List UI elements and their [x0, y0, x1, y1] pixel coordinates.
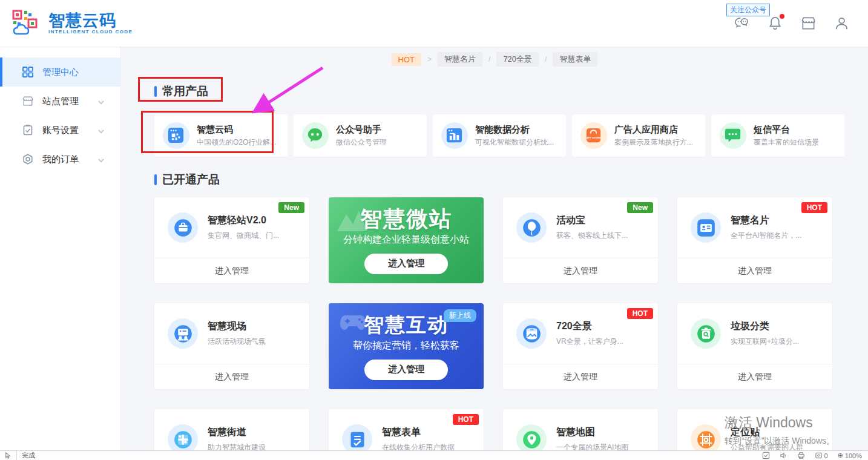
new-badge: New: [278, 202, 304, 213]
product-card-official-account[interactable]: 公众号助手 微信公众号管理: [294, 114, 427, 157]
section-title-frequent: 常用产品: [154, 84, 868, 99]
sidebar-item-label: 管理中心: [42, 67, 79, 78]
breadcrumb-separator: >: [427, 55, 432, 64]
hot-badge: HOT: [453, 414, 479, 425]
product-card-smart-business-card[interactable]: HOT 智慧名片 全平台AI智能名片，... 进入管理: [677, 197, 832, 283]
breadcrumb-item-smart-form[interactable]: 智慧表单: [553, 52, 597, 67]
logo-subtitle: INTELLIGENT CLOUD CODE: [48, 29, 133, 34]
breadcrumb-separator: /: [488, 55, 490, 64]
product-desc: 获客、锁客线上线下...: [556, 231, 628, 241]
sidebar-item-management-center[interactable]: 管理中心: [0, 58, 120, 87]
product-card-garbage-sorting[interactable]: 垃圾分类 实现互联网+垃圾分... 进入管理: [677, 303, 832, 389]
breadcrumb-hot-tag[interactable]: HOT: [392, 53, 421, 66]
svg-text:APP STORE: APP STORE: [587, 137, 601, 140]
qr-browser-icon: [163, 122, 189, 149]
top-header: 智慧云码 INTELLIGENT CLOUD CODE 关注公众号: [0, 0, 868, 47]
follow-official-tooltip: 关注公众号: [726, 4, 770, 16]
product-desc: 覆盖丰富的短信场景: [754, 137, 819, 148]
sidebar: 管理中心 站点管理 账号设置 我的订单: [0, 47, 121, 451]
bar-chart-icon: [441, 122, 468, 149]
main-content: HOT > 智慧名片 / 720全景 / 智慧表单 常用产品 智慧云码 中国领先…: [121, 47, 868, 451]
notification-dot: [780, 14, 784, 19]
frequent-products-row: 智慧云码 中国领先的O2O行业解... 公众号助手 微信公众号管理 智能数据分析: [154, 114, 844, 157]
speaker-icon[interactable]: [780, 452, 787, 459]
clipboard-icon: [22, 124, 34, 136]
wechat-icon[interactable]: [734, 15, 750, 31]
sms-bubble-icon: [720, 122, 746, 149]
banner-smart-interaction[interactable]: 新上线 智慧互动 帮你搞定营销，轻松获客 进入管理: [329, 303, 484, 389]
product-card-data-analysis[interactable]: 智能数据分析 可视化智能数据分析统...: [433, 114, 566, 157]
product-desc: 微信公众号管理: [336, 137, 387, 148]
product-card-smart-scene[interactable]: 智慧现场 活跃活动现场气氛 进入管理: [154, 303, 309, 389]
enter-manage-button[interactable]: 进入管理: [364, 254, 448, 274]
enter-manage-button[interactable]: 进入管理: [677, 364, 832, 389]
banner-smart-microsite[interactable]: 智慧微站 分钟构建企业轻量级创意小站 进入管理: [329, 197, 484, 283]
zoom-control[interactable]: ⊕ 100%: [838, 452, 862, 459]
sidebar-item-label: 站点管理: [42, 96, 79, 107]
sidebar-item-label: 我的订单: [42, 154, 79, 165]
banner-title: 智慧微站: [360, 207, 452, 231]
product-card-720-panorama[interactable]: HOT VR 720全景 VR全景，让客户身... 进入管理: [503, 303, 658, 389]
product-card-activity-treasure[interactable]: New 活动宝 获客、锁客线上线下... 进入管理: [503, 197, 658, 283]
user-icon[interactable]: [833, 15, 850, 31]
breadcrumb-item-smart-card[interactable]: 智慧名片: [438, 52, 482, 67]
product-card-cloud-code[interactable]: 智慧云码 中国领先的O2O行业解...: [154, 114, 288, 157]
product-card-smart-street[interactable]: 智慧街道 助力智慧城市建设 进入管理: [154, 409, 309, 451]
product-desc: 在线收集分析用户数据: [382, 442, 455, 451]
enter-manage-button[interactable]: 进入管理: [364, 360, 448, 380]
zoom-plus-icon: ⊕: [838, 452, 843, 459]
divider: [16, 451, 17, 460]
grid-icon: [22, 66, 34, 78]
sidebar-item-my-orders[interactable]: 我的订单: [0, 145, 120, 174]
logo-title: 智慧云码: [48, 12, 133, 29]
product-card-lite-site[interactable]: New 智慧轻站V2.0 集官网、微商城、门... 进入管理: [154, 197, 309, 283]
browser-status-bar: 完成 0 ⊕ 100%: [0, 450, 868, 460]
product-title: 公众号助手: [336, 123, 387, 136]
enter-manage-button[interactable]: 进入管理: [154, 258, 309, 283]
id-card-icon: [691, 212, 721, 243]
checkbox-icon[interactable]: [762, 452, 770, 459]
logo[interactable]: 智慧云码 INTELLIGENT CLOUD CODE: [12, 10, 133, 38]
enter-manage-button[interactable]: 进入管理: [677, 258, 832, 283]
product-title: 广告人应用商店: [614, 123, 693, 136]
shield-count: 0: [824, 452, 828, 459]
status-text: 完成: [22, 451, 35, 460]
form-check-icon: [342, 424, 372, 451]
product-card-position-sticker[interactable]: 定位贴 公益帮助有需要的人群 进入管理: [677, 409, 832, 451]
balloon-icon: [516, 212, 547, 243]
enter-manage-button[interactable]: 进入管理: [503, 364, 658, 389]
bell-icon[interactable]: [767, 15, 783, 31]
enter-manage-button[interactable]: 进入管理: [503, 258, 658, 283]
section-title-opened: 已开通产品: [154, 172, 868, 188]
site-icon: [22, 95, 34, 107]
product-card-sms-platform[interactable]: 短信平台 覆盖丰富的短信场景: [711, 114, 844, 157]
product-card-smart-map[interactable]: 智慧地图 一个专属的场景AI地图 进入管理: [503, 409, 658, 451]
product-title: 智慧现场: [208, 320, 266, 333]
trash-search-icon: [691, 318, 721, 349]
product-title: 智慧地图: [556, 426, 628, 439]
breadcrumb-item-720-panorama[interactable]: 720全景: [496, 52, 539, 67]
vr-panorama-icon: VR: [516, 318, 547, 349]
product-desc: 公益帮助有需要的人群: [731, 442, 803, 451]
hot-badge: HOT: [627, 308, 653, 319]
product-title: 智慧表单: [382, 426, 455, 439]
banner-title: 智慧互动: [364, 313, 449, 337]
sidebar-item-account-settings[interactable]: 账号设置: [0, 116, 120, 145]
new-online-badge: 新上线: [444, 309, 476, 322]
product-desc: 全平台AI智能名片，...: [731, 231, 801, 241]
product-title: 智慧轻站V2.0: [208, 214, 279, 227]
printer-icon[interactable]: [797, 452, 805, 459]
product-title: 智慧街道: [208, 426, 266, 439]
breadcrumb: HOT > 智慧名片 / 720全景 / 智慧表单: [121, 52, 868, 67]
sidebar-item-site-management[interactable]: 站点管理: [0, 87, 120, 116]
street-map-icon: [168, 424, 198, 451]
position-target-icon: [691, 424, 721, 451]
product-card-ad-app-store[interactable]: APP STORE 广告人应用商店 案例展示及落地执行方...: [572, 114, 705, 157]
product-card-smart-form[interactable]: HOT 智慧表单 在线收集分析用户数据 进入管理: [329, 409, 484, 451]
product-desc: 集官网、微商城、门...: [208, 231, 279, 241]
new-badge: New: [627, 202, 653, 213]
enter-manage-button[interactable]: 进入管理: [154, 364, 309, 389]
product-title: 智能数据分析: [475, 123, 554, 136]
mountain-deco-icon: [337, 203, 373, 231]
store-icon[interactable]: [800, 15, 817, 31]
